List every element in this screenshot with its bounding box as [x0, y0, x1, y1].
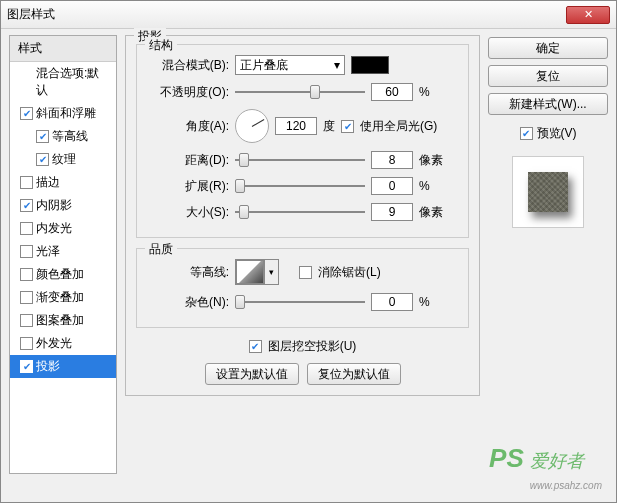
blend-mode-row: 混合模式(B): 正片叠底 ▾: [149, 55, 456, 75]
reset-button[interactable]: 复位: [488, 65, 608, 87]
ok-button[interactable]: 确定: [488, 37, 608, 59]
angle-input[interactable]: [275, 117, 317, 135]
row-bevel-emboss[interactable]: ✔斜面和浮雕: [10, 102, 116, 125]
preview-checkbox[interactable]: ✔: [520, 127, 533, 140]
reset-default-button[interactable]: 复位为默认值: [307, 363, 401, 385]
row-stroke[interactable]: 描边: [10, 171, 116, 194]
spread-slider[interactable]: [235, 178, 365, 194]
distance-row: 距离(D): 像素: [149, 151, 456, 169]
row-gradient-overlay[interactable]: 渐变叠加: [10, 286, 116, 309]
row-outer-glow[interactable]: 外发光: [10, 332, 116, 355]
titlebar: 图层样式 ✕: [1, 1, 616, 29]
angle-unit: 度: [323, 118, 335, 135]
angle-dial[interactable]: [235, 109, 269, 143]
row-inner-shadow[interactable]: ✔内阴影: [10, 194, 116, 217]
global-light-checkbox[interactable]: ✔: [341, 120, 354, 133]
shadow-color-swatch[interactable]: [351, 56, 389, 74]
preview-label: 预览(V): [537, 125, 577, 142]
row-pattern-overlay[interactable]: 图案叠加: [10, 309, 116, 332]
checkbox-icon[interactable]: [20, 245, 33, 258]
distance-input[interactable]: [371, 151, 413, 169]
opacity-slider[interactable]: [235, 84, 365, 100]
blend-mode-label: 混合模式(B):: [149, 57, 229, 74]
noise-row: 杂色(N): %: [149, 293, 456, 311]
spread-label: 扩展(R):: [149, 178, 229, 195]
size-row: 大小(S): 像素: [149, 203, 456, 221]
checkbox-icon[interactable]: [20, 268, 33, 281]
knockout-row: ✔ 图层挖空投影(U): [136, 338, 469, 355]
dialog-title: 图层样式: [7, 6, 55, 23]
row-drop-shadow[interactable]: ✔投影: [10, 355, 116, 378]
global-light-label: 使用全局光(G): [360, 118, 437, 135]
styles-list: 混合选项:默认 ✔斜面和浮雕 ✔等高线 ✔纹理 描边 ✔内阴影 内发光 光泽 颜…: [10, 62, 116, 378]
row-texture[interactable]: ✔纹理: [10, 148, 116, 171]
checkbox-icon[interactable]: [20, 314, 33, 327]
quality-title: 品质: [145, 241, 177, 258]
checkbox-icon[interactable]: ✔: [20, 360, 33, 373]
chevron-down-icon: ▾: [334, 58, 340, 72]
checkbox-icon[interactable]: ✔: [36, 153, 49, 166]
make-default-button[interactable]: 设置为默认值: [205, 363, 299, 385]
checkbox-icon[interactable]: ✔: [20, 107, 33, 120]
opacity-input[interactable]: [371, 83, 413, 101]
watermark-text: 爱好者: [530, 451, 584, 471]
noise-label: 杂色(N):: [149, 294, 229, 311]
watermark-url: www.psahz.com: [530, 480, 602, 491]
structure-title: 结构: [145, 37, 177, 54]
antialias-checkbox[interactable]: [299, 266, 312, 279]
row-blending-options[interactable]: 混合选项:默认: [10, 62, 116, 102]
watermark-logo: PS: [489, 443, 524, 474]
knockout-checkbox[interactable]: ✔: [249, 340, 262, 353]
distance-label: 距离(D):: [149, 152, 229, 169]
spread-row: 扩展(R): %: [149, 177, 456, 195]
angle-row: 角度(A): 度 ✔ 使用全局光(G): [149, 109, 456, 143]
checkbox-icon[interactable]: [20, 222, 33, 235]
size-label: 大小(S):: [149, 204, 229, 221]
checkbox-icon[interactable]: ✔: [36, 130, 49, 143]
preview-box: [512, 156, 584, 228]
default-buttons-row: 设置为默认值 复位为默认值: [136, 363, 469, 385]
noise-slider[interactable]: [235, 294, 365, 310]
size-unit: 像素: [419, 204, 449, 221]
row-satin[interactable]: 光泽: [10, 240, 116, 263]
dialog-content: 样式 混合选项:默认 ✔斜面和浮雕 ✔等高线 ✔纹理 描边 ✔内阴影 内发光 光…: [1, 29, 616, 474]
distance-unit: 像素: [419, 152, 449, 169]
close-button[interactable]: ✕: [566, 6, 610, 24]
watermark: PS 爱好者 www.psahz.com: [489, 443, 602, 494]
settings-panel: 投影 结构 混合模式(B): 正片叠底 ▾ 不透明度(O):: [125, 35, 480, 474]
size-slider[interactable]: [235, 204, 365, 220]
knockout-label: 图层挖空投影(U): [268, 338, 357, 355]
checkbox-icon[interactable]: ✔: [20, 199, 33, 212]
angle-label: 角度(A):: [149, 118, 229, 135]
size-input[interactable]: [371, 203, 413, 221]
row-color-overlay[interactable]: 颜色叠加: [10, 263, 116, 286]
preview-checkbox-row: ✔ 预览(V): [488, 125, 608, 142]
opacity-unit: %: [419, 85, 449, 99]
contour-preview-icon: [236, 260, 264, 284]
layer-style-dialog: 图层样式 ✕ 样式 混合选项:默认 ✔斜面和浮雕 ✔等高线 ✔纹理 描边 ✔内阴…: [0, 0, 617, 503]
close-icon: ✕: [584, 8, 593, 21]
distance-slider[interactable]: [235, 152, 365, 168]
styles-list-panel: 样式 混合选项:默认 ✔斜面和浮雕 ✔等高线 ✔纹理 描边 ✔内阴影 内发光 光…: [9, 35, 117, 474]
preview-texture: [528, 172, 568, 212]
right-panel: 确定 复位 新建样式(W)... ✔ 预览(V): [488, 35, 608, 474]
antialias-label: 消除锯齿(L): [318, 264, 381, 281]
structure-group: 结构 混合模式(B): 正片叠底 ▾ 不透明度(O): %: [136, 44, 469, 238]
checkbox-icon[interactable]: [20, 337, 33, 350]
opacity-row: 不透明度(O): %: [149, 83, 456, 101]
contour-label: 等高线:: [149, 264, 229, 281]
new-style-button[interactable]: 新建样式(W)...: [488, 93, 608, 115]
checkbox-icon[interactable]: [20, 291, 33, 304]
checkbox-icon[interactable]: [20, 176, 33, 189]
noise-input[interactable]: [371, 293, 413, 311]
contour-picker[interactable]: ▾: [235, 259, 279, 285]
quality-group: 品质 等高线: ▾ 消除锯齿(L) 杂色(N):: [136, 248, 469, 328]
row-contour[interactable]: ✔等高线: [10, 125, 116, 148]
spread-unit: %: [419, 179, 449, 193]
spread-input[interactable]: [371, 177, 413, 195]
row-inner-glow[interactable]: 内发光: [10, 217, 116, 240]
blend-mode-select[interactable]: 正片叠底 ▾: [235, 55, 345, 75]
opacity-label: 不透明度(O):: [149, 84, 229, 101]
contour-row: 等高线: ▾ 消除锯齿(L): [149, 259, 456, 285]
noise-unit: %: [419, 295, 449, 309]
